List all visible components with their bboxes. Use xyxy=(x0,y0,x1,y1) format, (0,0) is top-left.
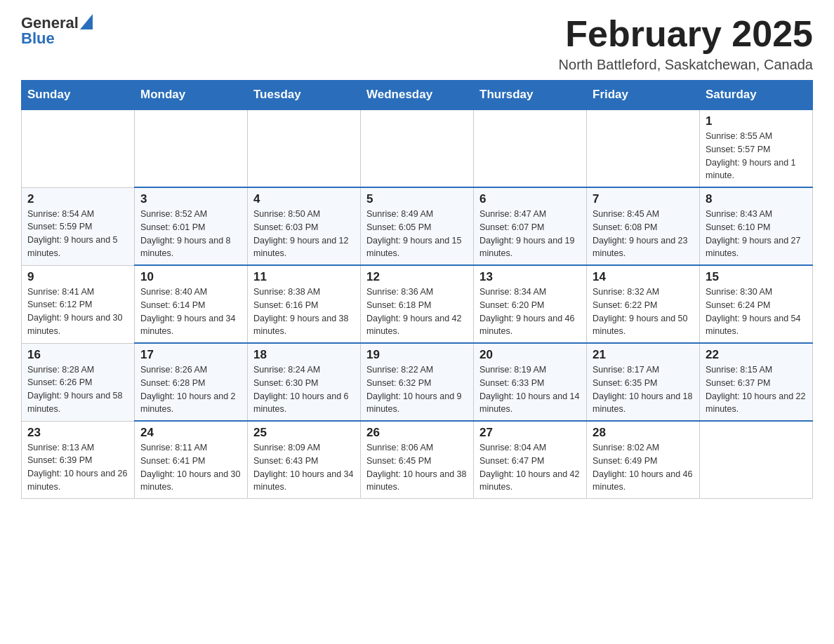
table-row: 21Sunrise: 8:17 AMSunset: 6:35 PMDayligh… xyxy=(587,343,700,421)
day-number: 8 xyxy=(706,192,807,206)
day-number: 12 xyxy=(366,270,468,284)
day-info: Sunrise: 8:06 AMSunset: 6:45 PMDaylight:… xyxy=(366,441,468,494)
logo: General Blue xyxy=(21,14,93,48)
day-number: 11 xyxy=(253,270,355,284)
table-row: 23Sunrise: 8:13 AMSunset: 6:39 PMDayligh… xyxy=(22,421,135,499)
table-row: 9Sunrise: 8:41 AMSunset: 6:12 PMDaylight… xyxy=(22,265,135,343)
day-info: Sunrise: 8:04 AMSunset: 6:47 PMDaylight:… xyxy=(479,441,581,494)
table-row: 22Sunrise: 8:15 AMSunset: 6:37 PMDayligh… xyxy=(700,343,813,421)
day-info: Sunrise: 8:49 AMSunset: 6:05 PMDaylight:… xyxy=(366,208,468,260)
col-thursday: Thursday xyxy=(474,81,587,110)
day-info: Sunrise: 8:40 AMSunset: 6:14 PMDaylight:… xyxy=(140,286,241,338)
day-number: 28 xyxy=(593,426,694,440)
day-info: Sunrise: 8:26 AMSunset: 6:28 PMDaylight:… xyxy=(140,363,241,416)
day-info: Sunrise: 8:36 AMSunset: 6:18 PMDaylight:… xyxy=(366,286,468,338)
table-row xyxy=(700,421,813,499)
day-info: Sunrise: 8:22 AMSunset: 6:32 PMDaylight:… xyxy=(366,363,468,416)
table-row: 20Sunrise: 8:19 AMSunset: 6:33 PMDayligh… xyxy=(474,343,587,421)
table-row: 8Sunrise: 8:43 AMSunset: 6:10 PMDaylight… xyxy=(700,187,813,265)
day-number: 22 xyxy=(706,348,807,362)
day-number: 9 xyxy=(27,270,128,284)
day-info: Sunrise: 8:28 AMSunset: 6:26 PMDaylight:… xyxy=(27,363,128,416)
table-row: 6Sunrise: 8:47 AMSunset: 6:07 PMDaylight… xyxy=(474,187,587,265)
table-row: 28Sunrise: 8:02 AMSunset: 6:49 PMDayligh… xyxy=(587,421,700,499)
day-info: Sunrise: 8:41 AMSunset: 6:12 PMDaylight:… xyxy=(27,286,128,338)
table-row: 4Sunrise: 8:50 AMSunset: 6:03 PMDaylight… xyxy=(248,187,361,265)
day-number: 6 xyxy=(479,192,581,206)
header: General Blue February 2025 North Battlef… xyxy=(21,14,813,73)
col-saturday: Saturday xyxy=(700,81,813,110)
table-row: 5Sunrise: 8:49 AMSunset: 6:05 PMDaylight… xyxy=(361,187,474,265)
logo-triangle-icon xyxy=(80,14,93,29)
day-info: Sunrise: 8:11 AMSunset: 6:41 PMDaylight:… xyxy=(140,441,241,494)
day-info: Sunrise: 8:15 AMSunset: 6:37 PMDaylight:… xyxy=(706,363,807,416)
day-number: 4 xyxy=(253,192,355,206)
table-row: 13Sunrise: 8:34 AMSunset: 6:20 PMDayligh… xyxy=(474,265,587,343)
day-info: Sunrise: 8:45 AMSunset: 6:08 PMDaylight:… xyxy=(593,208,694,260)
day-number: 19 xyxy=(366,348,468,362)
table-row xyxy=(248,109,361,187)
table-row: 1Sunrise: 8:55 AMSunset: 5:57 PMDaylight… xyxy=(700,109,813,187)
table-row: 2Sunrise: 8:54 AMSunset: 5:59 PMDaylight… xyxy=(22,187,135,265)
table-row: 27Sunrise: 8:04 AMSunset: 6:47 PMDayligh… xyxy=(474,421,587,499)
day-info: Sunrise: 8:09 AMSunset: 6:43 PMDaylight:… xyxy=(253,441,355,494)
calendar-week-row: 1Sunrise: 8:55 AMSunset: 5:57 PMDaylight… xyxy=(22,109,813,187)
logo-blue-text: Blue xyxy=(21,29,93,48)
table-row: 16Sunrise: 8:28 AMSunset: 6:26 PMDayligh… xyxy=(22,343,135,421)
day-number: 14 xyxy=(593,270,694,284)
day-info: Sunrise: 8:54 AMSunset: 5:59 PMDaylight:… xyxy=(27,208,128,260)
table-row: 12Sunrise: 8:36 AMSunset: 6:18 PMDayligh… xyxy=(361,265,474,343)
location-title: North Battleford, Saskatchewan, Canada xyxy=(559,57,813,73)
table-row xyxy=(361,109,474,187)
table-row: 25Sunrise: 8:09 AMSunset: 6:43 PMDayligh… xyxy=(248,421,361,499)
day-number: 13 xyxy=(479,270,581,284)
day-number: 15 xyxy=(706,270,807,284)
col-monday: Monday xyxy=(135,81,248,110)
day-number: 18 xyxy=(253,348,355,362)
svg-marker-0 xyxy=(80,14,93,29)
title-area: February 2025 North Battleford, Saskatch… xyxy=(559,14,813,73)
day-info: Sunrise: 8:43 AMSunset: 6:10 PMDaylight:… xyxy=(706,208,807,260)
day-info: Sunrise: 8:30 AMSunset: 6:24 PMDaylight:… xyxy=(706,286,807,338)
day-info: Sunrise: 8:50 AMSunset: 6:03 PMDaylight:… xyxy=(253,208,355,260)
calendar-week-row: 2Sunrise: 8:54 AMSunset: 5:59 PMDaylight… xyxy=(22,187,813,265)
day-info: Sunrise: 8:17 AMSunset: 6:35 PMDaylight:… xyxy=(593,363,694,416)
day-info: Sunrise: 8:38 AMSunset: 6:16 PMDaylight:… xyxy=(253,286,355,338)
day-info: Sunrise: 8:13 AMSunset: 6:39 PMDaylight:… xyxy=(27,441,128,494)
table-row: 17Sunrise: 8:26 AMSunset: 6:28 PMDayligh… xyxy=(135,343,248,421)
col-wednesday: Wednesday xyxy=(361,81,474,110)
day-number: 17 xyxy=(140,348,241,362)
day-number: 24 xyxy=(140,426,241,440)
table-row: 19Sunrise: 8:22 AMSunset: 6:32 PMDayligh… xyxy=(361,343,474,421)
col-tuesday: Tuesday xyxy=(248,81,361,110)
day-info: Sunrise: 8:52 AMSunset: 6:01 PMDaylight:… xyxy=(140,208,241,260)
day-number: 20 xyxy=(479,348,581,362)
table-row: 15Sunrise: 8:30 AMSunset: 6:24 PMDayligh… xyxy=(700,265,813,343)
table-row: 14Sunrise: 8:32 AMSunset: 6:22 PMDayligh… xyxy=(587,265,700,343)
col-friday: Friday xyxy=(587,81,700,110)
day-number: 16 xyxy=(27,348,128,362)
table-row: 10Sunrise: 8:40 AMSunset: 6:14 PMDayligh… xyxy=(135,265,248,343)
col-sunday: Sunday xyxy=(22,81,135,110)
table-row xyxy=(474,109,587,187)
table-row: 26Sunrise: 8:06 AMSunset: 6:45 PMDayligh… xyxy=(361,421,474,499)
calendar-table: Sunday Monday Tuesday Wednesday Thursday… xyxy=(21,80,813,499)
day-number: 27 xyxy=(479,426,581,440)
table-row xyxy=(22,109,135,187)
day-number: 21 xyxy=(593,348,694,362)
table-row: 7Sunrise: 8:45 AMSunset: 6:08 PMDaylight… xyxy=(587,187,700,265)
day-info: Sunrise: 8:32 AMSunset: 6:22 PMDaylight:… xyxy=(593,286,694,338)
day-number: 25 xyxy=(253,426,355,440)
calendar-header-row: Sunday Monday Tuesday Wednesday Thursday… xyxy=(22,81,813,110)
day-number: 23 xyxy=(27,426,128,440)
day-number: 3 xyxy=(140,192,241,206)
day-number: 10 xyxy=(140,270,241,284)
day-info: Sunrise: 8:24 AMSunset: 6:30 PMDaylight:… xyxy=(253,363,355,416)
day-number: 7 xyxy=(593,192,694,206)
month-title: February 2025 xyxy=(559,14,813,54)
day-info: Sunrise: 8:55 AMSunset: 5:57 PMDaylight:… xyxy=(706,130,807,182)
table-row xyxy=(135,109,248,187)
calendar-week-row: 9Sunrise: 8:41 AMSunset: 6:12 PMDaylight… xyxy=(22,265,813,343)
table-row: 24Sunrise: 8:11 AMSunset: 6:41 PMDayligh… xyxy=(135,421,248,499)
day-number: 5 xyxy=(366,192,468,206)
